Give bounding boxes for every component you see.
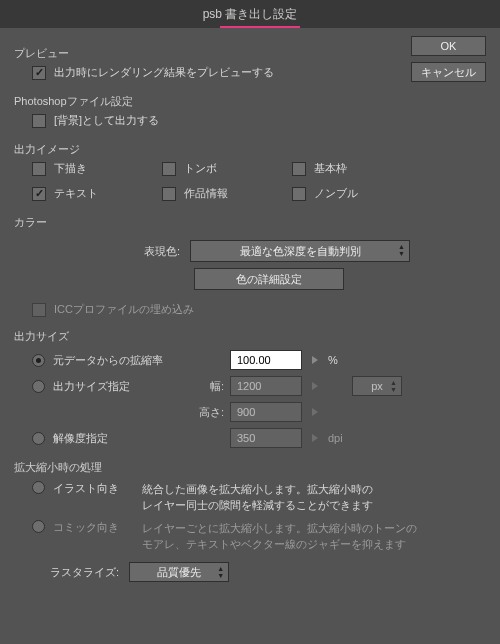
select-arrows-icon: ▲▼ xyxy=(217,565,224,579)
color-heading: カラー xyxy=(14,215,486,230)
width-label: 幅: xyxy=(192,379,230,394)
illust-radio[interactable] xyxy=(32,481,45,494)
stepper-right-icon[interactable] xyxy=(312,408,318,416)
psd-heading: Photoshopファイル設定 xyxy=(14,94,486,109)
tombo-label: トンボ xyxy=(184,161,217,176)
illust-desc: 統合した画像を拡大縮小します。拡大縮小時の レイヤー同士の隙間を軽減することがで… xyxy=(142,481,486,514)
cancel-button[interactable]: キャンセル xyxy=(411,62,486,82)
color-detail-button[interactable]: 色の詳細設定 xyxy=(194,268,344,290)
height-input[interactable]: 900 xyxy=(230,402,302,422)
outsize-radio-label: 出力サイズ指定 xyxy=(53,379,130,394)
scale-radio[interactable] xyxy=(32,354,45,367)
comic-radio-label: コミック向き xyxy=(53,520,119,535)
resolution-unit: dpi xyxy=(328,432,343,444)
raster-label: ラスタライズ: xyxy=(50,565,119,580)
stepper-right-icon[interactable] xyxy=(312,434,318,442)
draft-label: 下描き xyxy=(54,161,87,176)
sakuhin-checkbox[interactable] xyxy=(162,187,176,201)
comic-desc: レイヤーごとに拡大縮小します。拡大縮小時のトーンの モアレ、テキストやベクター線… xyxy=(142,520,486,553)
outsize-radio[interactable] xyxy=(32,380,45,393)
preview-checkbox[interactable] xyxy=(32,66,46,80)
nombre-label: ノンブル xyxy=(314,186,358,201)
raster-select[interactable]: 品質優先 ▲▼ xyxy=(129,562,229,582)
scale-input[interactable]: 100.00 xyxy=(230,350,302,370)
ok-button[interactable]: OK xyxy=(411,36,486,56)
background-checkbox[interactable] xyxy=(32,114,46,128)
text-label: テキスト xyxy=(54,186,98,201)
icc-checkbox[interactable] xyxy=(32,303,46,317)
scaling-heading: 拡大縮小時の処理 xyxy=(14,460,486,475)
height-label: 高さ: xyxy=(192,405,230,420)
expression-select[interactable]: 最適な色深度を自動判別 ▲▼ xyxy=(190,240,410,262)
kihon-label: 基本枠 xyxy=(314,161,347,176)
titlebar: psb 書き出し設定 xyxy=(0,0,500,28)
stepper-right-icon[interactable] xyxy=(312,356,318,364)
select-arrows-icon: ▲▼ xyxy=(390,379,397,393)
scale-unit: % xyxy=(328,354,338,366)
image-heading: 出力イメージ xyxy=(14,142,486,157)
tombo-checkbox[interactable] xyxy=(162,162,176,176)
expression-label: 表現色: xyxy=(90,244,190,259)
resolution-input[interactable]: 350 xyxy=(230,428,302,448)
window-title: psb 書き出し設定 xyxy=(203,6,298,23)
unit-select[interactable]: px ▲▼ xyxy=(352,376,402,396)
sakuhin-label: 作品情報 xyxy=(184,186,228,201)
nombre-checkbox[interactable] xyxy=(292,187,306,201)
preview-checkbox-label: 出力時にレンダリング結果をプレビューする xyxy=(54,65,274,80)
resolution-radio[interactable] xyxy=(32,432,45,445)
size-heading: 出力サイズ xyxy=(14,329,486,344)
illust-radio-label: イラスト向き xyxy=(53,481,119,496)
draft-checkbox[interactable] xyxy=(32,162,46,176)
width-input[interactable]: 1200 xyxy=(230,376,302,396)
resolution-radio-label: 解像度指定 xyxy=(53,431,108,446)
comic-radio[interactable] xyxy=(32,520,45,533)
background-checkbox-label: [背景]として出力する xyxy=(54,113,159,128)
text-checkbox[interactable] xyxy=(32,187,46,201)
stepper-right-icon[interactable] xyxy=(312,382,318,390)
kihon-checkbox[interactable] xyxy=(292,162,306,176)
select-arrows-icon: ▲▼ xyxy=(398,243,405,257)
scale-radio-label: 元データからの拡縮率 xyxy=(53,353,163,368)
icc-label: ICCプロファイルの埋め込み xyxy=(54,302,194,317)
